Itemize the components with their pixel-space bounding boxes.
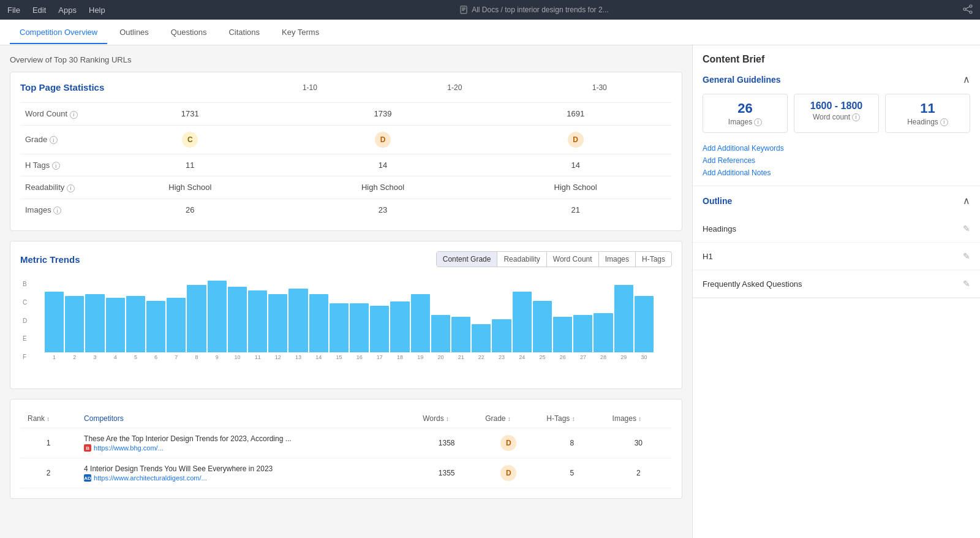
images-info-icon[interactable]: i [53, 206, 61, 214]
chart-bar [228, 287, 247, 352]
general-guidelines-section: General Guidelines ∧ 26 Images i 1600 - … [693, 65, 980, 186]
share-icon[interactable] [963, 4, 973, 16]
grade-badge: D [500, 465, 516, 481]
chart-bar [390, 301, 409, 352]
edit-headings-icon[interactable]: ✎ [963, 224, 970, 233]
table-row: 1 These Are the Top Interior Design Tren… [20, 428, 672, 458]
grade-cell: D [478, 428, 539, 458]
metric-trends-header: Metric Trends Content Grade Readability … [20, 251, 672, 267]
metric-tab-word-count[interactable]: Word Count [547, 252, 599, 267]
chart-bar-wrapper: 10 [228, 281, 247, 360]
grade-info-icon[interactable]: i [50, 136, 58, 144]
chart-bar [370, 306, 389, 352]
wordcount-info-icon[interactable]: i [70, 111, 78, 119]
tab-questions[interactable]: Questions [161, 21, 217, 44]
readability-info-icon[interactable]: i [67, 184, 75, 192]
chart-bar-wrapper: 8 [187, 281, 206, 360]
brief-stats: 26 Images i 1600 - 1800 Word count i 11 [693, 94, 980, 142]
y-label-d: D [23, 317, 27, 324]
metric-tab-readability[interactable]: Readability [497, 252, 546, 267]
chart-bar-wrapper: 5 [126, 281, 145, 360]
table-row: Word Count i 1731 1739 1691 [20, 103, 672, 126]
header-grade[interactable]: Grade ↕ [478, 409, 539, 428]
wordcount-stat-info-icon[interactable]: i [852, 113, 860, 121]
header-images[interactable]: Images ↕ [605, 409, 672, 428]
tab-citations[interactable]: Citations [219, 21, 270, 44]
url-favicon: AD [84, 474, 91, 482]
headings-stat-info-icon[interactable]: i [940, 118, 948, 126]
chart-bar [167, 298, 186, 352]
stats-col-1-20: 1-20 [382, 83, 527, 92]
metric-tab-htags[interactable]: H-Tags [636, 252, 671, 267]
metric-tab-content-grade[interactable]: Content Grade [437, 252, 498, 267]
chart-x-label: 1 [53, 354, 56, 360]
chart-x-label: 30 [641, 354, 647, 360]
grade-badge-c: C [182, 132, 198, 148]
outline-collapse-icon[interactable]: ∧ [963, 195, 970, 206]
htags-1-30: 14 [479, 154, 672, 176]
chart-x-label: 9 [216, 354, 219, 360]
svg-rect-0 [461, 6, 467, 13]
row-label: Readability i [20, 176, 94, 199]
metric-tab-images[interactable]: Images [599, 252, 636, 267]
chart-bar-wrapper: 21 [451, 281, 470, 360]
tab-key-terms[interactable]: Key Terms [272, 21, 329, 44]
chart-bar [594, 313, 612, 352]
htags-info-icon[interactable]: i [52, 162, 60, 170]
brief-stat-images: 26 Images i [703, 94, 788, 133]
header-htags[interactable]: H-Tags ↕ [539, 409, 605, 428]
stats-col-1-30: 1-30 [527, 83, 672, 92]
words-cell: 1355 [415, 458, 478, 488]
images-stat-info-icon[interactable]: i [754, 118, 762, 126]
tab-competition-overview[interactable]: Competition Overview [10, 21, 107, 44]
competitors-table: Rank ↕ Competitors Words ↕ Grade ↕ H-Tag… [20, 409, 672, 488]
content-brief-header: Content Brief [693, 45, 980, 65]
chart-x-label: 28 [600, 354, 606, 360]
outline-item-faq[interactable]: Frequently Asked Questions ✎ [693, 270, 980, 298]
menu-file[interactable]: File [7, 6, 20, 15]
table-row: Images i 26 23 21 [20, 199, 672, 221]
edit-h1-icon[interactable]: ✎ [963, 251, 970, 261]
chart-x-label: 21 [458, 354, 464, 360]
htags-cell: 5 [539, 458, 605, 488]
chart-bars: 1234567891011121314151617181920212223242… [45, 281, 654, 360]
menu-help[interactable]: Help [89, 6, 105, 15]
header-words[interactable]: Words ↕ [415, 409, 478, 428]
row-label: Grade i [20, 125, 94, 154]
images-stat-value: 26 [709, 100, 781, 116]
collapse-icon[interactable]: ∧ [963, 74, 970, 85]
add-keywords-link[interactable]: Add Additional Keywords [703, 144, 970, 153]
chart-x-label: 16 [356, 354, 363, 360]
chart-bar-wrapper: 6 [146, 281, 165, 360]
brief-stat-headings: 11 Headings i [885, 94, 970, 133]
y-label-c: C [23, 299, 27, 306]
chart-x-label: 4 [114, 354, 117, 360]
grade-badge-d1: D [375, 132, 391, 148]
competitor-cell: 4 Interior Design Trends You Will See Ev… [77, 458, 415, 488]
edit-faq-icon[interactable]: ✎ [963, 279, 970, 289]
menu-bar: File Edit Apps Help All Docs / top inter… [0, 0, 980, 20]
chart-x-label: 27 [580, 354, 586, 360]
menu-apps[interactable]: Apps [58, 6, 77, 15]
readability-1-20: High School [287, 176, 480, 199]
metric-tabs: Content Grade Readability Word Count Ima… [436, 251, 672, 267]
outline-item-headings[interactable]: Headings ✎ [693, 215, 980, 243]
chart-bar [573, 315, 592, 352]
chart-bar [431, 315, 450, 352]
headings-stat-value: 11 [892, 100, 963, 116]
header-rank[interactable]: Rank ↕ [20, 409, 77, 428]
chart-bar [330, 303, 349, 352]
add-references-link[interactable]: Add References [703, 156, 970, 165]
outline-h1-label: H1 [703, 252, 713, 261]
outline-item-h1[interactable]: H1 ✎ [693, 243, 980, 270]
chart-x-label: 2 [73, 354, 76, 360]
chart-bar-wrapper: 11 [248, 281, 267, 360]
chart-bar [65, 296, 84, 352]
menu-edit[interactable]: Edit [32, 6, 46, 15]
chart-bar-wrapper: 24 [513, 281, 532, 360]
chart-bar [451, 317, 470, 352]
header-competitors[interactable]: Competitors [77, 409, 415, 428]
metric-trends-card: Metric Trends Content Grade Readability … [10, 241, 682, 389]
tab-outlines[interactable]: Outlines [110, 21, 159, 44]
add-notes-link[interactable]: Add Additional Notes [703, 169, 970, 177]
